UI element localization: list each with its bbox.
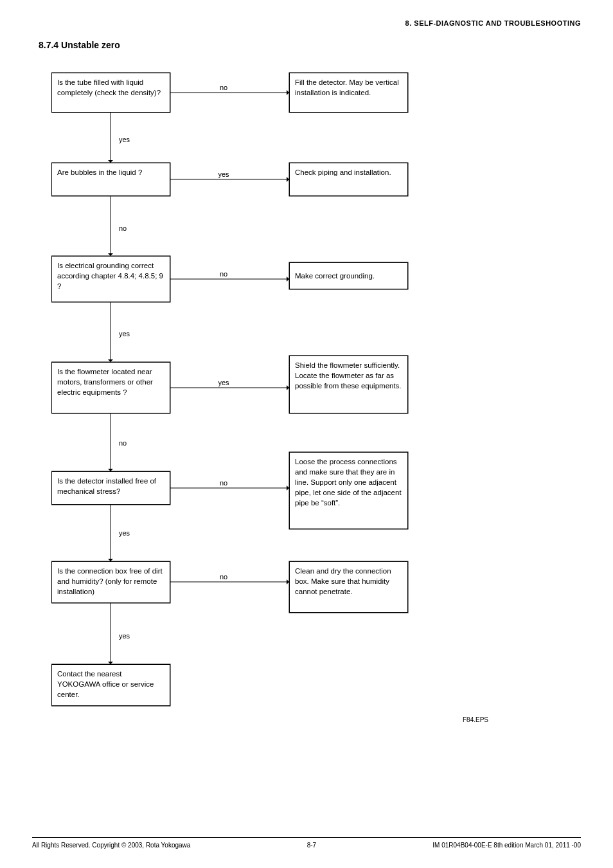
page: 8. SELF-DIAGNOSTIC AND TROUBLESHOOTING 8… (0, 0, 613, 868)
svg-text:no: no (220, 479, 227, 487)
svg-text:yes: yes (119, 136, 130, 143)
box-3: Is electrical grounding correct accordin… (51, 256, 170, 302)
header-section: 8. SELF-DIAGNOSTIC AND TROUBLESHOOTING (39, 19, 581, 27)
svg-text:no: no (220, 573, 227, 581)
svg-text:F84.EPS: F84.EPS (463, 716, 488, 723)
svg-text:no: no (220, 84, 227, 91)
box-5-right: Loose the process connections and make s… (289, 452, 408, 529)
svg-text:yes: yes (119, 529, 130, 537)
box-1: Is the tube filled with liquid completel… (51, 73, 170, 113)
box-4: Is the flowmeter located near motors, tr… (51, 362, 170, 413)
box-2: Are bubbles in the liquid ? (51, 163, 170, 196)
svg-text:no: no (119, 224, 127, 232)
box-6-right: Clean and dry the connection box. Make s… (289, 561, 408, 613)
footer-right: IM 01R04B04-00E-E 8th edition March 01, … (432, 842, 581, 849)
box-3-right: Make correct grounding. (289, 262, 408, 289)
footer-left: All Rights Reserved. Copyright © 2003, R… (32, 842, 190, 849)
svg-text:yes: yes (218, 379, 229, 386)
svg-text:yes: yes (119, 632, 130, 640)
box-1-right: Fill the detector. May be vertical insta… (289, 73, 408, 113)
section-title: 8.7.4 Unstable zero (39, 40, 581, 50)
footer: All Rights Reserved. Copyright © 2003, R… (32, 837, 581, 849)
svg-text:no: no (220, 270, 227, 278)
box-6: Is the connection box free of dirt and h… (51, 561, 170, 603)
box-5: Is the detector installed free of mechan… (51, 471, 170, 505)
box-4-right: Shield the flowmeter sufficiently.Locate… (289, 356, 408, 413)
box-7: Contact the nearest YOKOGAWA office or s… (51, 664, 170, 706)
box-2-right: Check piping and installation. (289, 163, 408, 196)
svg-text:yes: yes (119, 330, 130, 338)
footer-center: 8-7 (307, 842, 316, 849)
svg-text:yes: yes (218, 170, 229, 178)
flowchart: no yes yes no (51, 66, 578, 741)
svg-text:no: no (119, 439, 127, 447)
